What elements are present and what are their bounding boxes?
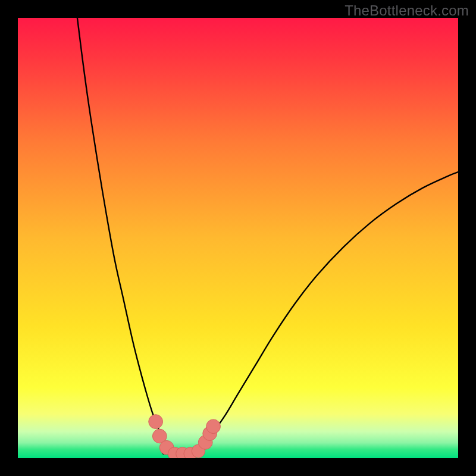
plot-area (18, 18, 458, 458)
watermark-text: TheBottleneck.com (345, 2, 469, 19)
marker-point (206, 419, 221, 434)
gradient-background (18, 18, 458, 458)
marker-point (149, 415, 163, 429)
chart-frame: TheBottleneck.com (0, 0, 476, 476)
bottleneck-curve-chart (18, 18, 458, 458)
